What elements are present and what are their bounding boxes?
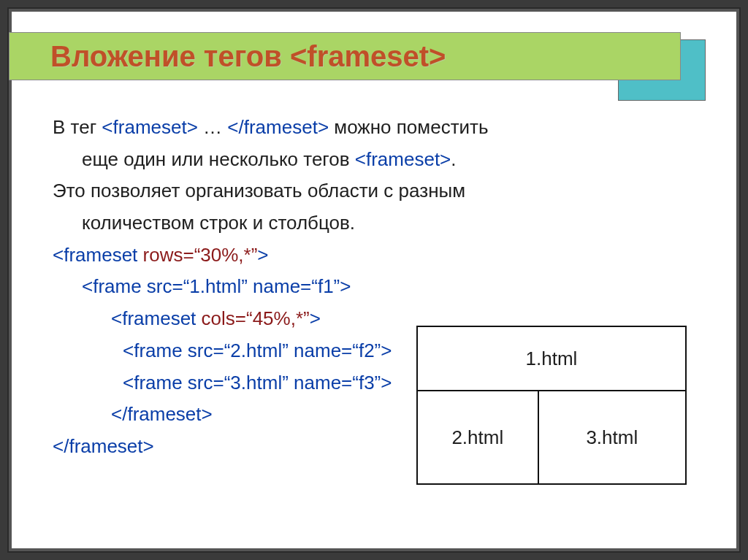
text: …: [198, 116, 227, 138]
paragraph-1-line-2: еще один или несколько тегов <frameset>.: [53, 146, 695, 174]
tag-frameset-close: </frameset>: [227, 116, 329, 138]
text: .: [451, 148, 456, 170]
tag-frameset: <frameset>: [355, 148, 451, 170]
tag-open: <frameset: [111, 307, 202, 329]
diagram-top-cell: 1.html: [417, 326, 686, 391]
slide: Вложение тегов <frameset> В тег <framese…: [9, 9, 739, 551]
text: можно поместить: [329, 116, 488, 138]
tag-close-bracket: >: [257, 244, 268, 266]
tag-open: <frameset: [53, 244, 143, 266]
attr-cols: cols=“45%,*”: [202, 307, 310, 329]
text: В тег: [53, 116, 102, 138]
code-line-2: <frame src=“1.html” name=“f1”>: [53, 273, 695, 301]
title-bar: Вложение тегов <frameset>: [9, 32, 681, 80]
paragraph-2-line-2: количеством строк и столбцов.: [53, 210, 695, 237]
diagram-left-cell: 2.html: [417, 391, 538, 484]
paragraph-2-line-1: Это позволяет организовать области с раз…: [53, 177, 695, 205]
code-line-1: <frameset rows=“30%,*”>: [53, 242, 695, 269]
text: еще один или несколько тегов: [82, 148, 355, 170]
slide-title: Вложение тегов <frameset>: [50, 40, 446, 73]
frameset-diagram: 1.html 2.html 3.html: [416, 326, 687, 485]
diagram-right-cell: 3.html: [538, 391, 686, 484]
paragraph-1-line-1: В тег <frameset> … </frameset> можно пом…: [53, 114, 695, 142]
tag-frameset-open: <frameset>: [102, 116, 198, 138]
tag-close-bracket: >: [310, 307, 321, 329]
attr-rows: rows=“30%,*”: [143, 244, 258, 266]
